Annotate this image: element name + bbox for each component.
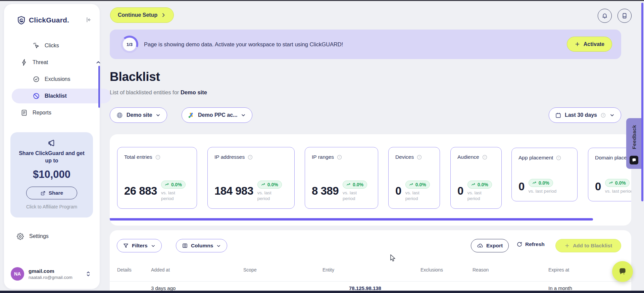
stat-value: 0 (518, 180, 525, 193)
stat-card-devices: Devices ? 0 0.0% vs. last period (388, 147, 440, 209)
window-bottom-edge (0, 291, 644, 293)
delta-badge: 0.0% (405, 181, 430, 189)
stat-label: IP ranges (312, 154, 334, 160)
refresh-label: Refresh (525, 241, 545, 247)
delta-value: 0.0% (267, 182, 278, 187)
col-header-reason[interactable]: Reason (473, 267, 489, 273)
export-label: Export (486, 243, 503, 249)
help-icon[interactable]: ? (247, 154, 253, 160)
affiliate-link-text[interactable]: Click to Affiliate Program (10, 204, 93, 209)
stat-label: Domain placement (595, 155, 631, 161)
col-header-scope[interactable]: Scope (243, 267, 257, 273)
chevron-down-icon (155, 112, 161, 118)
chevron-down-icon (151, 243, 156, 248)
filters-button[interactable]: Filters (117, 239, 162, 252)
brand-shield-icon (17, 16, 26, 25)
megaphone-icon (47, 138, 56, 148)
ppc-account-selector[interactable]: Demo PPC ac... (182, 107, 252, 123)
help-icon[interactable]: ? (416, 154, 422, 160)
trend-up-icon (471, 182, 476, 187)
col-header-expires-at[interactable]: Expires at (548, 267, 569, 273)
continue-setup-button[interactable]: Continue Setup (110, 7, 174, 23)
vs-last-period: vs. last period (605, 188, 631, 194)
feedback-tab[interactable]: Feedback (626, 118, 642, 169)
promo-amount: $10,000 (10, 168, 93, 181)
site-selector-value: Demo site (127, 112, 152, 118)
col-header-details[interactable]: Details (117, 267, 132, 273)
col-header-exclusions[interactable]: Exclusions (420, 267, 443, 273)
funnel-icon (123, 243, 129, 249)
col-header-added-at[interactable]: Added at (151, 267, 170, 273)
feedback-chat-icon (630, 156, 638, 164)
trend-up-icon (346, 182, 351, 187)
help-icon[interactable]: ? (155, 154, 161, 160)
chat-widget-button[interactable] (612, 261, 633, 282)
svg-text:?: ? (418, 156, 420, 159)
delta-value: 0.0% (415, 182, 426, 187)
activate-label: Activate (584, 41, 604, 47)
table-header-divider (110, 281, 631, 282)
stat-value: 184 983 (214, 185, 253, 197)
account-switcher[interactable]: NA gmail.com naatali.ro@gmail.com (11, 264, 93, 283)
delta-value: 0.0% (478, 182, 488, 187)
stat-label: IP addresses (214, 154, 245, 160)
delta-badge: 0.0% (605, 179, 630, 187)
table-header-row: Details Added at Scope Entity Exclusions… (110, 267, 631, 275)
demo-data-banner: 1/3 Page is showing demo data. Activate … (110, 30, 621, 59)
blacklist-ban-icon (33, 92, 40, 100)
help-icon[interactable]: ? (556, 155, 561, 161)
cloud-download-icon (477, 243, 483, 249)
date-range-selector[interactable]: Last 30 days ? (549, 107, 621, 123)
book-icon (621, 12, 628, 19)
svg-text:?: ? (602, 114, 604, 117)
badge-check-icon (33, 76, 40, 83)
blacklist-table-panel: Filters Columns Export (110, 230, 631, 293)
docs-button[interactable] (617, 9, 632, 23)
notifications-button[interactable] (598, 9, 612, 23)
page-vertical-scrollbar[interactable] (641, 3, 643, 201)
columns-button[interactable]: Columns (176, 239, 227, 252)
stat-card-total-entries: Total entries ? 26 883 0.0% vs. last per… (117, 147, 197, 209)
help-icon[interactable]: ? (482, 154, 488, 160)
sidebar-scrollbar[interactable] (98, 66, 100, 108)
lightning-icon (20, 59, 28, 66)
stats-horizontal-scrollbar[interactable] (110, 218, 593, 221)
chevron-right-icon (161, 12, 166, 18)
activate-button[interactable]: Activate (567, 37, 612, 52)
account-email: naatali.ro@gmail.com (29, 275, 72, 280)
chevron-down-icon (609, 112, 615, 118)
continue-setup-label: Continue Setup (118, 12, 157, 18)
chevron-up-icon (95, 59, 101, 65)
stats-panel: Total entries ? 26 883 0.0% vs. last per… (110, 134, 631, 226)
setup-progress-value: 1/3 (121, 36, 138, 53)
stat-card-audience: Audience ? 0 0.0% vs. last period (450, 147, 502, 209)
sidebar-collapse-icon[interactable] (85, 16, 92, 23)
stat-card-ip-addresses: IP addresses ? 184 983 0.0% vs. last per… (207, 147, 295, 209)
delta-value: 0.0% (171, 182, 182, 187)
external-link-icon (40, 190, 46, 196)
stat-label: Total entries (124, 154, 152, 160)
plus-icon (564, 243, 570, 248)
refresh-icon (516, 241, 523, 247)
add-to-blacklist-button[interactable]: Add to Blacklist (555, 239, 621, 252)
chevron-down-icon (216, 243, 221, 248)
page-subtitle: List of blacklisted entities for Demo si… (110, 89, 207, 96)
filters-label: Filters (132, 243, 148, 249)
trend-up-icon (409, 182, 414, 187)
delta-value: 0.0% (615, 180, 626, 186)
export-button[interactable]: Export (471, 239, 509, 252)
sidebar-item-label: Exclusions (45, 76, 70, 82)
affiliate-promo-card[interactable]: Share ClickGuard and get up to $10,000 S… (10, 132, 93, 217)
share-button[interactable]: Share (26, 187, 77, 199)
refresh-button[interactable]: Refresh (516, 241, 545, 247)
sidebar-item-blacklist[interactable]: Blacklist (12, 89, 111, 103)
share-label: Share (49, 190, 63, 196)
site-selector[interactable]: Demo site (110, 107, 167, 123)
sidebar-item-settings[interactable]: Settings (4, 229, 100, 244)
stat-card-domain-placement: Domain placement ? 0 0.0% vs. last perio… (588, 148, 631, 201)
stat-card-ip-ranges: IP ranges ? 8 389 0.0% vs. last period (305, 147, 378, 209)
banner-message: Page is showing demo data. Activate your… (144, 30, 343, 59)
cell-added-at: 3 days ago (151, 285, 176, 291)
help-icon[interactable]: ? (337, 154, 342, 160)
col-header-entity[interactable]: Entity (323, 267, 334, 273)
